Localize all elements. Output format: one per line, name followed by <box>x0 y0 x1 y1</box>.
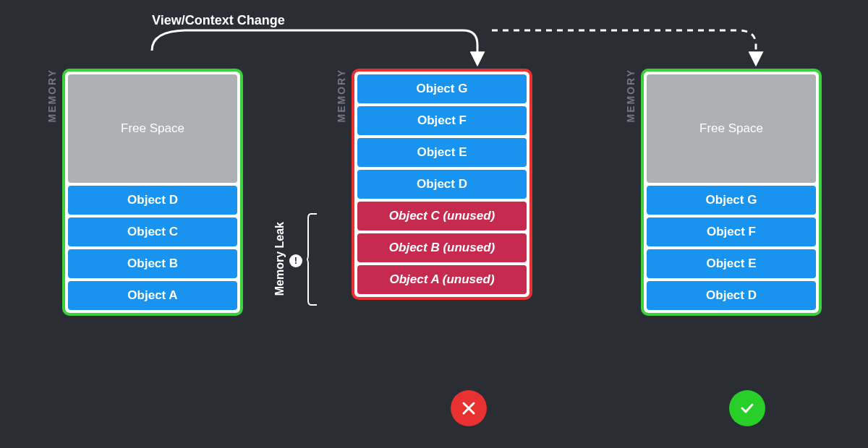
memory-box-leak: Object G Object F Object E Object D Obje… <box>352 69 532 300</box>
memory-leak-label: Memory Leak <box>273 222 286 296</box>
memory-leak-annotation: Memory Leak ! <box>273 210 320 308</box>
object-slot: Object D <box>68 186 237 215</box>
leaked-slot: Object C (unused) <box>357 202 527 231</box>
bad-badge <box>451 390 487 426</box>
memory-leaked: MEMORY Object G Object F Object E Object… <box>336 69 532 300</box>
memory-label: MEMORY <box>46 69 58 125</box>
object-slot: Object C <box>68 217 237 246</box>
object-slot: Object B <box>68 249 237 278</box>
memory-box-before: Free Space Object D Object C Object B Ob… <box>62 69 243 316</box>
diagram-columns: MEMORY Free Space Object D Object C Obje… <box>0 69 868 379</box>
warning-icon: ! <box>289 254 302 267</box>
object-slot: Object E <box>647 249 816 278</box>
leaked-slot: Object A (unused) <box>357 265 527 294</box>
close-icon <box>460 400 477 417</box>
memory-box-after: Free Space Object G Object F Object E Ob… <box>641 69 822 316</box>
object-slot: Object D <box>647 281 816 310</box>
bracket-icon <box>307 212 320 306</box>
memory-after: MEMORY Free Space Object G Object F Obje… <box>625 69 822 316</box>
memory-label: MEMORY <box>336 69 347 125</box>
object-slot: Object A <box>68 281 237 310</box>
memory-before: MEMORY Free Space Object D Object C Obje… <box>46 69 243 316</box>
object-slot: Object F <box>357 106 527 135</box>
free-space: Free Space <box>68 74 237 183</box>
object-slot: Object E <box>357 138 527 167</box>
object-slot: Object F <box>647 217 816 246</box>
leaked-slot: Object B (unused) <box>357 233 527 262</box>
memory-label: MEMORY <box>625 69 637 125</box>
object-slot: Object D <box>357 170 527 199</box>
check-icon <box>739 400 756 417</box>
good-badge <box>729 390 765 426</box>
free-space: Free Space <box>647 74 816 183</box>
object-slot: Object G <box>647 186 816 215</box>
object-slot: Object G <box>357 74 527 103</box>
arrow-label: View/Context Change <box>152 13 285 28</box>
